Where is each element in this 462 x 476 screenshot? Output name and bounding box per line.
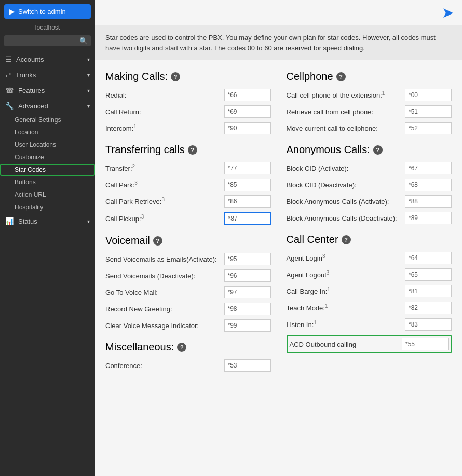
listen-in-row: Listen In:1 [287,318,452,331]
conference-input[interactable] [224,359,271,372]
sidebar-item-buttons[interactable]: Buttons [0,176,95,188]
send-voicemail-deactivate-input[interactable] [224,269,271,282]
nav-section-main: ☰ Accounts ▾ ⇄ Trunks ▾ ☎ Features ▾ 🔧 A… [0,50,95,230]
send-voicemail-activate-row: Send Voicemails as Emails(Activate): [105,253,271,265]
trunks-label: Trunks [16,71,36,79]
status-caret: ▾ [87,219,90,224]
accounts-caret: ▾ [87,57,90,62]
switch-to-admin-button[interactable]: ▶ Switch to admin [4,4,91,19]
trunks-caret: ▾ [87,72,90,78]
block-cid-activate-input[interactable] [405,162,452,174]
record-greeting-label: Record New Greeting: [105,305,220,313]
agent-login-input[interactable] [405,252,452,264]
block-cid-deactivate-input[interactable] [405,179,452,191]
sidebar-item-action-url[interactable]: Action URL [0,188,95,201]
sidebar-item-hospitality[interactable]: Hospitality [0,201,95,213]
block-anon-deactivate-row: Block Anonymous Calls (Deactivate): [287,212,452,224]
logout-icon[interactable]: ➤ [442,4,454,21]
block-anon-deactivate-input[interactable] [405,212,452,224]
agent-logout-label: Agent Logout3 [287,270,401,279]
accounts-icon: ☰ [5,55,12,63]
call-barge-row: Call Barge In:1 [287,285,452,297]
record-greeting-input[interactable] [224,303,271,315]
intercom-label: Intercom:1 [105,124,220,132]
acd-outbound-input[interactable] [402,338,449,350]
sidebar-item-customize[interactable]: Customize [0,151,95,164]
agent-login-label: Agent Login3 [287,253,401,262]
call-center-help-icon[interactable]: ? [342,235,351,244]
goto-voicemail-input[interactable] [224,286,271,298]
features-caret: ▾ [87,88,90,93]
cellphone-help-icon[interactable]: ? [336,72,346,81]
teach-mode-row: Teach Mode:1 [287,302,452,314]
agent-login-row: Agent Login3 [287,252,452,264]
search-input[interactable] [7,37,79,45]
features-icon: ☎ [5,86,14,94]
main-content: ➤ Star codes are used to control the PBX… [95,0,462,476]
server-name: localhost [0,23,95,35]
sidebar-item-star-codes[interactable]: Star Codes [0,164,95,176]
sidebar-item-advanced[interactable]: 🔧 Advanced ▾ [0,98,95,114]
agent-logout-row: Agent Logout3 [287,268,452,281]
listen-in-label: Listen In:1 [287,320,401,329]
listen-in-input[interactable] [405,318,452,331]
call-pickup-input[interactable] [224,212,271,225]
teach-mode-label: Teach Mode:1 [287,303,401,312]
send-voicemail-activate-input[interactable] [224,253,271,265]
transfer-input[interactable] [224,162,271,174]
sidebar-item-features[interactable]: ☎ Features ▾ [0,83,95,98]
send-voicemail-deactivate-row: Send Voicemails (Deactivate): [105,269,271,282]
move-call-input[interactable] [405,122,452,134]
description-text: Star codes are used to control the PBX. … [105,34,436,52]
acd-outbound-row: ACD Outbound calling [287,335,452,353]
call-park-row: Call Park:3 [105,179,271,191]
call-barge-label: Call Barge In:1 [287,287,401,295]
conference-row: Conference: [105,359,271,372]
voicemail-help-icon[interactable]: ? [153,236,162,246]
call-barge-input[interactable] [405,285,452,297]
retrieve-call-row: Retrieve call from cell phone: [287,105,452,118]
intercom-input[interactable] [224,122,271,134]
teach-mode-input[interactable] [405,302,452,314]
misc-title: Miscellaneous: ? [105,341,271,353]
sidebar-item-trunks[interactable]: ⇄ Trunks ▾ [0,67,95,83]
acd-outbound-label: ACD Outbound calling [290,341,398,348]
block-cid-activate-row: Block CID (Activate): [287,162,452,174]
agent-logout-input[interactable] [405,268,452,281]
advanced-label: Advanced [18,102,48,110]
retrieve-call-input[interactable] [405,105,452,118]
sidebar-item-location[interactable]: Location [0,126,95,139]
redial-label: Redial: [105,91,220,99]
search-icon: 🔍 [79,37,88,45]
anonymous-calls-help-icon[interactable]: ? [373,145,383,155]
goto-voicemail-label: Go To Voice Mail: [105,289,220,296]
sidebar-item-status[interactable]: 📊 Status ▾ [0,213,95,229]
block-cid-deactivate-label: Block CID (Deactivate): [287,181,401,189]
call-return-input[interactable] [224,105,271,118]
sidebar-item-user-locations[interactable]: User Locations [0,139,95,151]
call-park-retrieve-input[interactable] [224,195,271,208]
status-label: Status [18,217,37,225]
call-cell-phone-input[interactable] [405,89,452,101]
call-pickup-row: Call Pickup:3 [105,212,271,225]
call-park-input[interactable] [224,179,271,191]
block-cid-activate-label: Block CID (Activate): [287,165,401,172]
misc-help-icon[interactable]: ? [177,343,186,352]
retrieve-call-label: Retrieve call from cell phone: [287,108,401,116]
content-area: Making Calls: ? Redial: Call Return: Int… [95,65,462,381]
making-calls-help-icon[interactable]: ? [171,72,180,81]
anonymous-calls-title: Anonymous Calls: ? [287,144,452,156]
send-voicemail-deactivate-label: Send Voicemails (Deactivate): [105,272,220,280]
right-column: Cellphone ? Call cell phone of the exten… [287,71,452,376]
sidebar-item-general-settings[interactable]: General Settings [0,114,95,126]
transfer-row: Transfer:2 [105,162,271,174]
sidebar-item-accounts[interactable]: ☰ Accounts ▾ [0,51,95,67]
intercom-row: Intercom:1 [105,122,271,134]
transferring-calls-help-icon[interactable]: ? [188,145,197,155]
call-return-label: Call Return: [105,108,220,116]
redial-input[interactable] [224,89,271,101]
call-cell-phone-label: Call cell phone of the extension:1 [287,90,401,99]
record-greeting-row: Record New Greeting: [105,303,271,315]
block-anon-activate-input[interactable] [405,195,452,208]
clear-voice-msg-input[interactable] [224,319,271,332]
